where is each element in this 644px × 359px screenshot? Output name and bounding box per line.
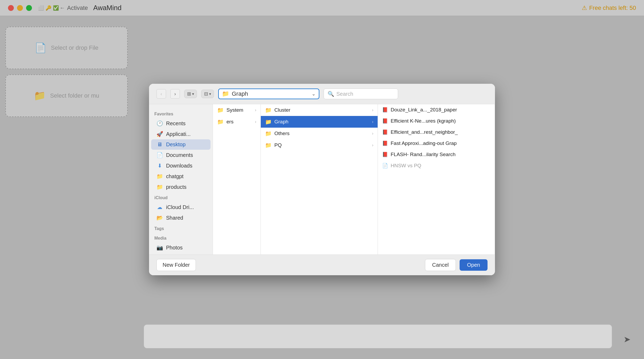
file-item-douze-label: Douze_Link_a..._2018_paper	[391, 107, 457, 113]
file-item-fast-label: Fast Approxi...ading-out Grap	[391, 140, 457, 146]
sidebar-item-chatgpt-label: chatgpt	[166, 173, 184, 179]
sidebar-item-chatgpt[interactable]: 📁 chatgpt	[151, 171, 210, 182]
file-item-cluster[interactable]: 📁 Cluster ›	[261, 104, 378, 116]
file-item-efficient-kne[interactable]: 📕 Efficient K-Ne...ures (kgraph)	[378, 115, 495, 127]
file-item-system-label: System	[226, 107, 243, 113]
file-item-others-label: Others	[274, 131, 290, 136]
columns-dropdown-icon: ▾	[192, 92, 194, 96]
sidebar-item-desktop[interactable]: 🖥 Desktop	[151, 139, 210, 150]
search-bar[interactable]: 🔍 Search	[324, 89, 398, 99]
sidebar-item-shared-label: Shared	[166, 215, 183, 221]
file-columns: 📁 System › 📁 ers › 📁 Cluster	[213, 104, 495, 254]
file-item-graph[interactable]: 📁 Graph ›	[261, 116, 378, 128]
file-item-hnsw-label: HNSW vs PQ	[391, 163, 421, 169]
download-icon: ⬇	[156, 162, 163, 169]
file-item-pq[interactable]: 📁 PQ ›	[261, 139, 378, 151]
folder-chatgpt-icon: 📁	[156, 173, 163, 179]
footer-actions: Cancel Open	[425, 259, 488, 271]
file-open-dialog: ‹ › ⊞ ▾ ⊟ ▾ 📁 Graph ⌄ 🔍 Search	[149, 84, 495, 275]
clock-icon: 🕐	[156, 120, 163, 127]
chevron-graph-icon: ›	[372, 119, 373, 124]
view-columns-button[interactable]: ⊞ ▾	[184, 90, 197, 98]
pdf-douze-icon: 📕	[382, 107, 388, 113]
folder-ers-icon: 📁	[217, 119, 224, 125]
sidebar-item-icloud-label: iCloud Dri...	[166, 204, 194, 210]
chevron-right-2-icon: ›	[255, 119, 256, 124]
chevron-cluster-icon: ›	[372, 108, 373, 112]
chevron-others-icon: ›	[372, 131, 373, 136]
sidebar-item-products-label: products	[166, 184, 187, 190]
cancel-button[interactable]: Cancel	[425, 259, 456, 271]
location-bar[interactable]: 📁 Graph ⌄	[218, 89, 319, 99]
open-button[interactable]: Open	[460, 259, 488, 271]
rocket-icon: 🚀	[156, 131, 163, 137]
sidebar-item-recents-label: Recents	[166, 120, 185, 127]
file-item-ers-label: ers	[226, 119, 233, 125]
new-folder-button[interactable]: New Folder	[156, 259, 196, 271]
camera-icon: 📷	[156, 244, 163, 251]
columns-icon: ⊞	[187, 91, 191, 97]
sidebar: Favorites 🕐 Recents 🚀 Applicati... 🖥 Des…	[149, 104, 213, 254]
sidebar-item-desktop-label: Desktop	[166, 141, 185, 148]
media-label: Media	[149, 233, 213, 242]
dialog-overlay: ‹ › ⊞ ▾ ⊟ ▾ 📁 Graph ⌄ 🔍 Search	[0, 0, 644, 359]
sidebar-item-downloads[interactable]: ⬇ Downloads	[151, 160, 210, 171]
folder-products-icon: 📁	[156, 184, 163, 190]
location-folder-icon: 📁	[222, 90, 229, 97]
dialog-footer: New Folder Cancel Open	[149, 254, 495, 275]
sidebar-item-shared[interactable]: 📂 Shared	[151, 212, 210, 223]
file-item-hnsw[interactable]: 📄 HNSW vs PQ	[378, 160, 495, 171]
folder-graph-icon: 📁	[265, 119, 272, 125]
search-icon: 🔍	[328, 91, 334, 97]
search-placeholder: Search	[336, 91, 353, 97]
sidebar-item-applications-label: Applicati...	[166, 131, 191, 137]
view-grid-button[interactable]: ⊟ ▾	[201, 90, 214, 98]
file-item-fast[interactable]: 📕 Fast Approxi...ading-out Grap	[378, 138, 495, 149]
pdf-hnsw-icon: 📄	[382, 163, 388, 169]
location-text: Graph	[232, 90, 309, 97]
file-item-pq-label: PQ	[274, 142, 282, 148]
pdf-flash-icon: 📕	[382, 152, 388, 157]
folder-cluster-icon: 📁	[265, 107, 272, 113]
sidebar-item-applications[interactable]: 🚀 Applicati...	[151, 129, 210, 139]
dialog-toolbar: ‹ › ⊞ ▾ ⊟ ▾ 📁 Graph ⌄ 🔍 Search	[149, 84, 495, 104]
file-item-efficient-and-label: Efficient_and...rest_neighbor_	[391, 129, 458, 135]
shared-folder-icon: 📂	[156, 215, 163, 221]
pdf-fast-icon: 📕	[382, 140, 388, 146]
file-item-douze[interactable]: 📕 Douze_Link_a..._2018_paper	[378, 104, 495, 115]
file-item-ers[interactable]: 📁 ers ›	[213, 116, 261, 128]
file-item-cluster-label: Cluster	[274, 107, 290, 113]
folder-pq-icon: 📁	[265, 142, 272, 148]
favorites-label: Favorites	[149, 108, 213, 118]
sidebar-item-documents[interactable]: 📄 Documents	[151, 150, 210, 160]
dialog-body: Favorites 🕐 Recents 🚀 Applicati... 🖥 Des…	[149, 104, 495, 254]
desktop-icon: 🖥	[156, 141, 163, 148]
sidebar-item-documents-label: Documents	[166, 152, 193, 158]
grid-icon: ⊟	[204, 91, 208, 97]
sidebar-item-photos[interactable]: 📷 Photos	[151, 242, 210, 253]
sidebar-item-photos-label: Photos	[166, 245, 183, 251]
forward-button[interactable]: ›	[170, 89, 180, 99]
sidebar-item-icloud[interactable]: ☁ iCloud Dri...	[151, 202, 210, 212]
sidebar-item-recents[interactable]: 🕐 Recents	[151, 118, 210, 129]
file-column-3: 📕 Douze_Link_a..._2018_paper 📕 Efficient…	[378, 104, 495, 254]
file-item-flash[interactable]: 📕 FLASH- Rand...ilarity Search	[378, 149, 495, 160]
file-column-1: 📁 System › 📁 ers ›	[213, 104, 261, 254]
grid-dropdown-icon: ▾	[209, 92, 211, 96]
file-item-system[interactable]: 📁 System ›	[213, 104, 261, 116]
file-item-efficient-kne-label: Efficient K-Ne...ures (kgraph)	[391, 118, 456, 124]
back-button[interactable]: ‹	[156, 89, 166, 99]
chevron-pq-icon: ›	[372, 143, 373, 148]
file-item-flash-label: FLASH- Rand...ilarity Search	[391, 152, 456, 157]
file-item-efficient-and[interactable]: 📕 Efficient_and...rest_neighbor_	[378, 127, 495, 138]
cloud-icon: ☁	[156, 204, 163, 210]
file-column-2: 📁 Cluster › 📁 Graph › 📁 Others ›	[261, 104, 378, 254]
icloud-label: iCloud	[149, 192, 213, 202]
chevron-right-icon: ›	[255, 108, 256, 112]
tags-label: Tags	[149, 223, 213, 233]
doc-icon: 📄	[156, 152, 163, 158]
sidebar-item-products[interactable]: 📁 products	[151, 182, 210, 192]
file-item-others[interactable]: 📁 Others ›	[261, 128, 378, 139]
file-item-graph-label: Graph	[274, 119, 288, 125]
pdf-efficient-kne-icon: 📕	[382, 118, 388, 124]
